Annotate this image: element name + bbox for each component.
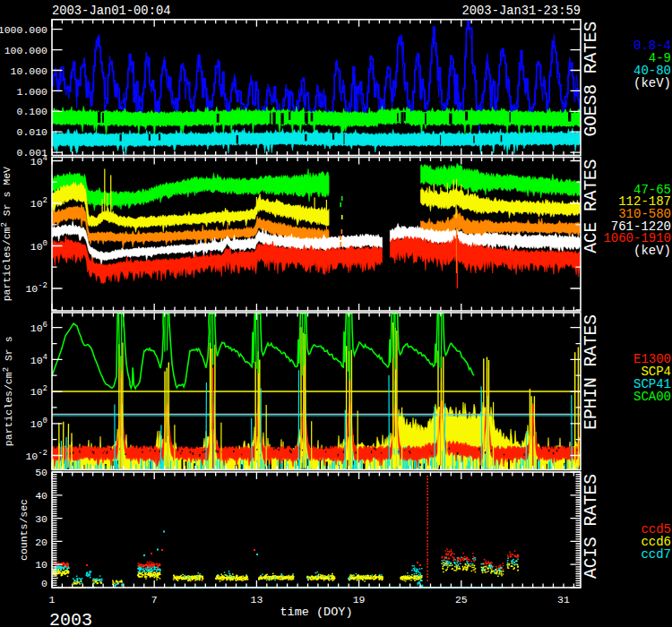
svg-text:10.000: 10.000: [11, 65, 48, 77]
svg-text:counts/sec: counts/sec: [18, 499, 30, 561]
svg-text:particles/cm2 Sr s MeV: particles/cm2 Sr s MeV: [0, 167, 13, 301]
svg-text:30: 30: [35, 513, 47, 525]
svg-text:time (DOY): time (DOY): [280, 606, 352, 619]
svg-text:2003-Jan31-23:59: 2003-Jan31-23:59: [462, 4, 581, 18]
svg-text:2003-Jan01-00:04: 2003-Jan01-00:04: [52, 4, 170, 18]
svg-text:40: 40: [35, 490, 47, 502]
svg-text:ACIS RATES: ACIS RATES: [582, 474, 601, 579]
svg-text:31: 31: [557, 594, 570, 606]
svg-text:(keV): (keV): [633, 76, 671, 90]
svg-text:GOES8 RATES: GOES8 RATES: [582, 21, 601, 137]
svg-text:0.010: 0.010: [16, 126, 47, 138]
svg-text:particles/cm2 Sr s: particles/cm2 Sr s: [2, 336, 14, 446]
svg-text:19: 19: [353, 594, 366, 606]
svg-text:20: 20: [35, 537, 47, 548]
svg-text:1000.000: 1000.000: [0, 24, 47, 36]
svg-text:SCA00: SCA00: [633, 390, 671, 404]
svg-text:0.100: 0.100: [16, 106, 47, 117]
svg-text:50: 50: [35, 467, 47, 478]
svg-text:13: 13: [250, 594, 263, 606]
svg-text:2003: 2003: [49, 610, 92, 627]
svg-text:10: 10: [35, 559, 47, 571]
svg-text:100.000: 100.000: [4, 45, 47, 56]
svg-text:EPHIN RATES: EPHIN RATES: [582, 314, 601, 430]
svg-text:ccd7: ccd7: [641, 547, 671, 562]
svg-text:7: 7: [151, 594, 158, 606]
svg-text:0: 0: [41, 578, 47, 589]
svg-text:25: 25: [455, 594, 468, 606]
svg-text:(keV): (keV): [633, 244, 671, 258]
svg-text:1: 1: [49, 594, 56, 606]
svg-text:1.000: 1.000: [16, 86, 47, 98]
svg-text:ACE RATES: ACE RATES: [582, 159, 601, 253]
